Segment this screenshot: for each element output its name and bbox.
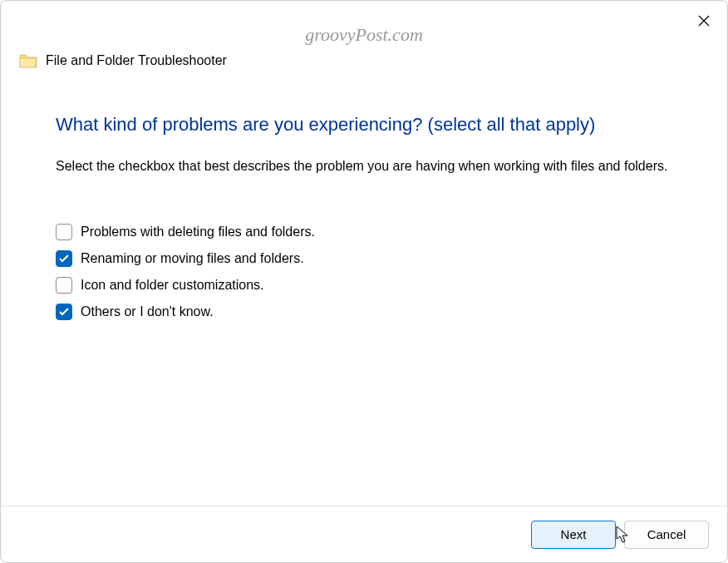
option-others: Others or I don't know. <box>56 304 672 320</box>
option-label[interactable]: Icon and folder customizations. <box>81 278 264 293</box>
page-description: Select the checkbox that best describes … <box>56 157 672 175</box>
options-list: Problems with deleting files and folders… <box>56 224 672 320</box>
option-label[interactable]: Renaming or moving files and folders. <box>81 251 304 266</box>
checkbox-renaming[interactable] <box>56 250 72 267</box>
checkbox-others[interactable] <box>56 304 72 320</box>
folder-icon <box>19 52 37 69</box>
dialog-header: File and Folder Troubleshooter <box>1 1 727 69</box>
option-label[interactable]: Others or I don't know. <box>81 304 214 319</box>
close-button[interactable] <box>696 12 712 29</box>
check-icon <box>59 308 69 316</box>
cancel-button[interactable]: Cancel <box>624 521 709 549</box>
page-heading: What kind of problems are you experienci… <box>56 114 672 136</box>
check-icon <box>59 254 69 263</box>
option-deleting: Problems with deleting files and folders… <box>56 224 672 240</box>
checkbox-deleting[interactable] <box>56 224 72 240</box>
option-icons: Icon and folder customizations. <box>56 277 672 294</box>
option-renaming: Renaming or moving files and folders. <box>56 250 672 267</box>
troubleshooter-dialog: groovyPost.com File and Folder Troublesh… <box>0 0 728 563</box>
dialog-footer: Next Cancel <box>1 506 727 562</box>
close-icon <box>698 15 710 27</box>
option-label[interactable]: Problems with deleting files and folders… <box>81 225 315 240</box>
next-button[interactable]: Next <box>531 521 616 549</box>
dialog-content: What kind of problems are you experienci… <box>1 69 727 320</box>
dialog-title: File and Folder Troubleshooter <box>46 53 227 68</box>
checkbox-icons[interactable] <box>56 277 72 294</box>
